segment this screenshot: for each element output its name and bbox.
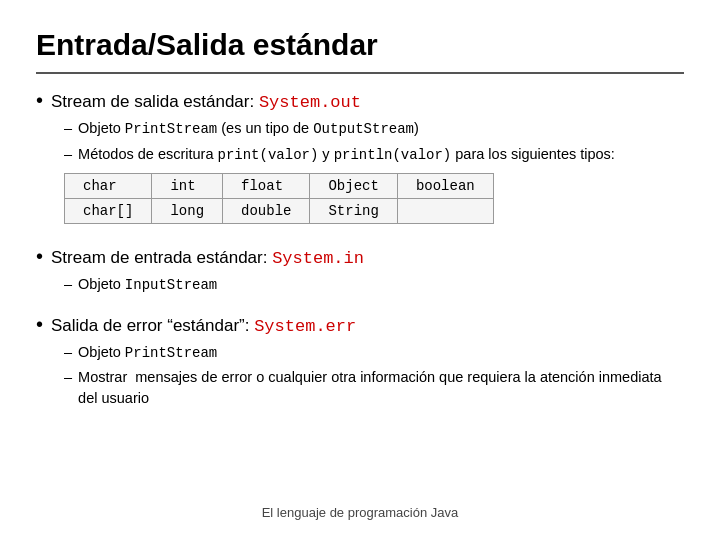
print-mono: print(valor)	[218, 147, 319, 163]
sub-text-printstream: Objeto PrintStream (es un tipo de Output…	[78, 118, 419, 140]
bullet-salida-text: Stream de salida estándar: System.out	[51, 92, 361, 112]
types-table: char int float Object boolean char[] lon…	[64, 173, 494, 224]
section-salida: • Stream de salida estándar: System.out …	[36, 90, 684, 232]
bullet-error-text: Salida de error “estándar”: System.err	[51, 316, 356, 336]
cell-string: String	[310, 199, 397, 224]
sub-text-mostrar: Mostrar mensajes de error o cualquier ot…	[78, 367, 684, 408]
dash-2: –	[64, 146, 72, 162]
bullet-entrada-text: Stream de entrada estándar: System.in	[51, 248, 364, 268]
sub-bullet-methods: – Métodos de escritura print(valor) y pr…	[64, 144, 684, 166]
section-error: • Salida de error “estándar”: System.err…	[36, 314, 684, 412]
cell-empty	[397, 199, 493, 224]
cell-double: double	[223, 199, 310, 224]
sub-text-methods: Métodos de escritura print(valor) y prin…	[78, 144, 615, 166]
bullet-error: • Salida de error “estándar”: System.err	[36, 314, 684, 336]
bullet-dot-3: •	[36, 314, 43, 334]
section-entrada: • Stream de entrada estándar: System.in …	[36, 246, 684, 300]
dash-5: –	[64, 369, 72, 385]
cell-int: int	[152, 174, 223, 199]
cell-char: char	[65, 174, 152, 199]
dash-1: –	[64, 120, 72, 136]
sub-bullet-printstream2: – Objeto PrintStream	[64, 342, 684, 364]
cell-object: Object	[310, 174, 397, 199]
types-table-wrapper: char int float Object boolean char[] lon…	[64, 173, 684, 224]
dash-4: –	[64, 344, 72, 360]
cell-boolean: boolean	[397, 174, 493, 199]
outputstream-mono: OutputStream	[313, 121, 414, 137]
system-err-label: System.err	[254, 317, 356, 336]
cell-long: long	[152, 199, 223, 224]
printstream2-mono: PrintStream	[125, 345, 217, 361]
cell-char-arr: char[]	[65, 199, 152, 224]
sub-text-printstream2: Objeto PrintStream	[78, 342, 217, 364]
table-row-2: char[] long double String	[65, 199, 494, 224]
bullet-salida: • Stream de salida estándar: System.out	[36, 90, 684, 112]
slide-content: • Stream de salida estándar: System.out …	[36, 90, 684, 497]
slide-footer: El lenguaje de programación Java	[36, 497, 684, 520]
slide: Entrada/Salida estándar • Stream de sali…	[0, 0, 720, 540]
bullet-dot-1: •	[36, 90, 43, 110]
inputstream-mono: InputStream	[125, 277, 217, 293]
sub-bullet-printstream: – Objeto PrintStream (es un tipo de Outp…	[64, 118, 684, 140]
dash-3: –	[64, 276, 72, 292]
println-mono: println(valor)	[334, 147, 452, 163]
bullet-dot-2: •	[36, 246, 43, 266]
system-out-label: System.out	[259, 93, 361, 112]
sub-bullet-inputstream: – Objeto InputStream	[64, 274, 684, 296]
bullet-entrada: • Stream de entrada estándar: System.in	[36, 246, 684, 268]
sub-text-inputstream: Objeto InputStream	[78, 274, 217, 296]
cell-float: float	[223, 174, 310, 199]
table-row-1: char int float Object boolean	[65, 174, 494, 199]
system-in-label: System.in	[272, 249, 364, 268]
sub-bullet-mostrar: – Mostrar mensajes de error o cualquier …	[64, 367, 684, 408]
slide-title: Entrada/Salida estándar	[36, 28, 684, 74]
printstream-mono: PrintStream	[125, 121, 217, 137]
